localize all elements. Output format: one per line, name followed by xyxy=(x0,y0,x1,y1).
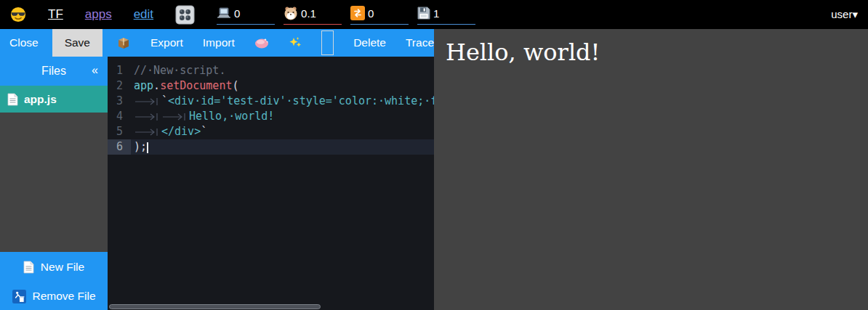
package-icon xyxy=(116,36,131,50)
package-button[interactable] xyxy=(116,36,131,50)
code-line[interactable]: </div>` xyxy=(131,124,434,139)
soap-button[interactable] xyxy=(254,38,269,49)
tab-whitespace-marker xyxy=(134,124,161,139)
editor-toolbar: Close Save Export Import xyxy=(0,29,434,57)
repeat-icon xyxy=(350,6,365,20)
blank-button[interactable] xyxy=(321,30,334,55)
stat-value: 0.1 xyxy=(301,7,316,20)
code-line[interactable]: app.setDocument( xyxy=(131,78,434,94)
gutter-line-number: 1 xyxy=(108,63,131,78)
tab-whitespace-marker xyxy=(161,109,189,124)
code-token: ( xyxy=(232,79,238,92)
horizontal-scrollbar-thumb[interactable] xyxy=(109,304,321,309)
stat-value: 1 xyxy=(433,7,439,20)
brand-link-tf[interactable]: TF xyxy=(48,7,63,22)
trace-button[interactable]: Trace xyxy=(406,36,434,49)
file-item-appjs[interactable]: app.js xyxy=(0,86,108,113)
nav-link-edit[interactable]: edit xyxy=(134,7,153,22)
code-token: </div> xyxy=(161,125,201,138)
gutter: 123456 xyxy=(108,57,131,310)
code-token: app xyxy=(134,79,153,92)
nav-link-apps[interactable]: apps xyxy=(85,7,112,22)
new-file-icon xyxy=(23,261,34,274)
tab-whitespace-marker xyxy=(134,94,161,109)
collapse-sidebar-button[interactable]: « xyxy=(92,64,98,77)
close-button[interactable]: Close xyxy=(9,36,39,49)
app-window: TF apps edit xyxy=(0,0,868,310)
gutter-line-number: 3 xyxy=(108,94,131,109)
gutter-line-number: 4 xyxy=(108,109,131,124)
sidebar-empty-area xyxy=(0,113,108,252)
sparkles-button[interactable] xyxy=(289,36,302,49)
text-cursor xyxy=(147,142,148,153)
new-file-label: New File xyxy=(41,261,84,274)
stat-field-floppy[interactable]: 1 xyxy=(417,4,475,25)
code-token: ` xyxy=(201,125,207,138)
laptop-icon xyxy=(217,7,231,19)
gutter-line-number: 5 xyxy=(108,124,131,139)
code-token: . xyxy=(153,79,160,92)
code-line[interactable]: //·New·script. xyxy=(131,63,434,78)
hamster-icon xyxy=(284,6,298,20)
code-line[interactable]: ); xyxy=(131,139,434,155)
apps-grid-icon[interactable] xyxy=(175,5,195,25)
topbar-stats: 0 0.1 xyxy=(217,4,475,25)
stat-field-hamster[interactable]: 0.1 xyxy=(284,4,342,25)
sidebar-title: Files xyxy=(41,65,66,78)
sidebar: Files « app.js xyxy=(0,57,108,310)
document-icon xyxy=(7,93,18,106)
tab-whitespace-marker xyxy=(134,109,161,124)
code-editor: 123456 //·New·script.app.setDocument(`<d… xyxy=(108,57,434,310)
import-button[interactable]: Import xyxy=(203,36,235,49)
code-lines: //·New·script.app.setDocument(`<div·id='… xyxy=(131,57,434,310)
code-token: ` xyxy=(161,94,168,107)
stat-field-laptop[interactable]: 0 xyxy=(217,4,275,25)
user-menu[interactable]: user▾ xyxy=(831,8,858,21)
code-token: setDocument xyxy=(160,79,232,92)
code-line[interactable]: Hello,·world! xyxy=(131,109,434,124)
gutter-line-number: 6 xyxy=(108,139,131,155)
file-name: app.js xyxy=(24,93,57,106)
smiling-face-sunglasses-icon xyxy=(10,7,26,23)
sparkles-icon xyxy=(289,36,302,49)
editor-panel: Close Save Export Import xyxy=(0,29,434,310)
floppy-disk-icon xyxy=(417,7,430,20)
stat-value: 0 xyxy=(234,7,240,20)
remove-file-button[interactable]: Remove File xyxy=(0,282,108,310)
litter-bin-icon xyxy=(12,290,26,303)
remove-file-label: Remove File xyxy=(33,290,96,303)
stat-field-repeat[interactable]: 0 xyxy=(350,4,409,25)
code-token: <div·id='test-div'·style='color:·white;·… xyxy=(168,94,434,107)
preview-pane: Hello, world! xyxy=(434,29,868,310)
delete-button[interactable]: Delete xyxy=(353,36,386,49)
preview-heading: Hello, world! xyxy=(446,38,856,66)
soap-icon xyxy=(254,38,269,49)
code-token: ); xyxy=(134,140,147,153)
sidebar-header: Files « xyxy=(0,57,108,86)
gutter-line-number: 2 xyxy=(108,78,131,94)
new-file-button[interactable]: New File xyxy=(0,252,108,282)
code-token: Hello,·world! xyxy=(189,110,274,123)
code-line[interactable]: `<div·id='test-div'·style='color:·white;… xyxy=(131,94,434,109)
stat-value: 0 xyxy=(368,7,374,20)
export-button[interactable]: Export xyxy=(150,36,183,49)
save-button[interactable]: Save xyxy=(52,29,103,57)
topbar: TF apps edit xyxy=(0,0,868,29)
code-token: //·New·script. xyxy=(134,64,225,77)
